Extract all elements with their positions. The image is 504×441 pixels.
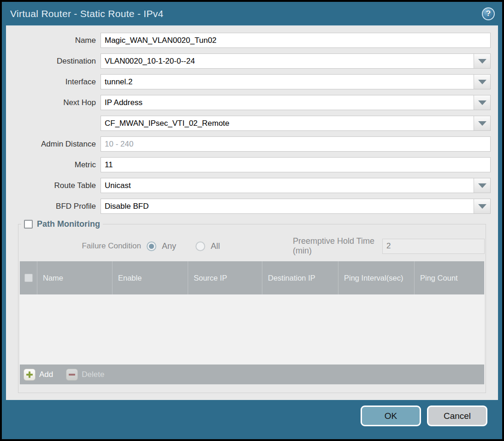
failure-condition-label: Failure Condition — [19, 241, 147, 251]
radio-all-label: All — [211, 241, 220, 251]
failure-condition-row: Failure Condition Any All Preemptive Hol… — [19, 238, 485, 254]
radio-any-label: Any — [162, 241, 176, 251]
bfd-profile-input[interactable] — [101, 199, 474, 213]
table-body-empty — [20, 294, 484, 365]
column-header-enable: Enable — [112, 261, 188, 294]
interface-dropdown-button[interactable] — [474, 75, 490, 89]
path-monitoring-title: Path Monitoring — [37, 219, 100, 229]
form-area: Name Destination Interface — [6, 26, 498, 214]
delete-button-label: Delete — [82, 370, 104, 379]
column-header-ping-interval: Ping Interval(sec) — [338, 261, 414, 294]
destination-label: Destination — [6, 57, 101, 66]
name-input[interactable] — [101, 33, 490, 47]
next-hop-type-dropdown-button[interactable] — [474, 95, 490, 110]
bfd-profile-label: BFD Profile — [6, 202, 101, 211]
form-row-destination: Destination — [6, 53, 491, 69]
minus-icon — [69, 374, 75, 376]
admin-distance-label: Admin Distance — [6, 140, 101, 149]
dialog-content: Name Destination Interface — [6, 25, 498, 400]
column-header-destination-ip: Destination IP — [262, 261, 338, 294]
ok-button[interactable]: OK — [361, 406, 421, 426]
table-toolbar: Add Delete — [20, 365, 484, 384]
path-monitoring-checkbox[interactable] — [24, 220, 33, 229]
path-monitoring-legend: Path Monitoring — [21, 219, 103, 229]
route-table-label: Route Table — [6, 181, 101, 190]
cancel-button[interactable]: Cancel — [427, 406, 487, 426]
preemptive-hold-input[interactable] — [382, 239, 485, 254]
form-row-admin-distance: Admin Distance — [6, 136, 491, 152]
chevron-down-icon — [478, 100, 486, 105]
bfd-profile-dropdown-button[interactable] — [474, 199, 490, 213]
header-checkbox-cell — [20, 261, 37, 294]
radio-any-icon — [147, 241, 156, 251]
column-header-name: Name — [37, 261, 112, 294]
interface-label: Interface — [6, 77, 101, 87]
table-header: Name Enable Source IP Destination IP Pin… — [20, 261, 484, 294]
path-monitoring-table: Name Enable Source IP Destination IP Pin… — [20, 261, 484, 384]
column-header-source-ip: Source IP — [188, 261, 262, 294]
add-button[interactable] — [24, 369, 36, 381]
next-hop-type-input[interactable] — [101, 95, 474, 110]
metric-input[interactable] — [101, 158, 490, 172]
route-table-dropdown-button[interactable] — [474, 178, 490, 193]
plus-icon — [26, 371, 33, 378]
name-label: Name — [6, 36, 101, 45]
add-button-label: Add — [39, 370, 53, 379]
select-all-checkbox[interactable] — [24, 274, 33, 282]
form-row-next-hop-address — [6, 116, 491, 131]
preemptive-hold-label: Preemptive Hold Time (min) — [293, 236, 378, 256]
destination-input[interactable] — [101, 54, 474, 68]
next-hop-label: Next Hop — [6, 98, 101, 107]
failure-condition-all-option[interactable]: All — [196, 241, 220, 251]
failure-condition-any-option[interactable]: Any — [147, 241, 176, 251]
title-bar: Virtual Router - Static Route - IPv4 ? — [2, 2, 502, 25]
form-row-metric: Metric — [6, 157, 491, 172]
radio-all-icon — [196, 241, 205, 251]
help-icon[interactable]: ? — [482, 7, 495, 20]
destination-dropdown-button[interactable] — [474, 54, 490, 68]
dialog-window: Virtual Router - Static Route - IPv4 ? N… — [2, 2, 502, 439]
chevron-down-icon — [478, 59, 486, 64]
route-table-input[interactable] — [101, 178, 474, 193]
form-row-route-table: Route Table — [6, 178, 491, 193]
admin-distance-input[interactable] — [101, 137, 490, 151]
dialog-title: Virtual Router - Static Route - IPv4 — [10, 2, 164, 25]
delete-button[interactable] — [66, 369, 78, 381]
path-monitoring-section: Path Monitoring Failure Condition Any Al… — [18, 219, 486, 393]
chevron-down-icon — [478, 204, 486, 209]
interface-input[interactable] — [101, 75, 474, 89]
form-row-next-hop: Next Hop — [6, 95, 491, 110]
column-header-ping-count: Ping Count — [414, 261, 484, 294]
chevron-down-icon — [478, 183, 486, 188]
form-row-interface: Interface — [6, 74, 491, 89]
metric-label: Metric — [6, 160, 101, 170]
form-row-bfd-profile: BFD Profile — [6, 199, 491, 214]
next-hop-address-dropdown-button[interactable] — [474, 116, 490, 130]
chevron-down-icon — [478, 80, 486, 84]
next-hop-address-input[interactable] — [101, 116, 474, 130]
form-row-name: Name — [6, 33, 491, 48]
chevron-down-icon — [478, 121, 486, 126]
